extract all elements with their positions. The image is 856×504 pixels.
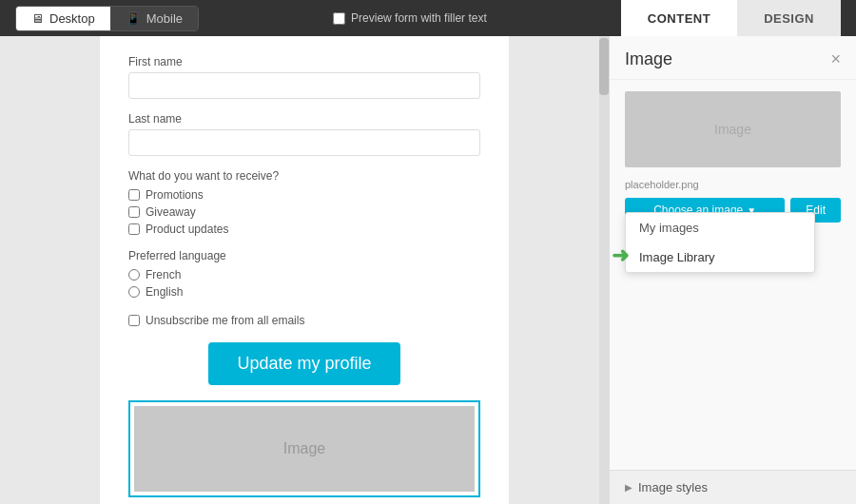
panel-title-row: Image × (610, 36, 856, 80)
unsubscribe-section: Unsubscribe me from all emails (128, 314, 480, 327)
top-bar: 🖥 Desktop 📱 Mobile Preview form with fil… (0, 0, 856, 36)
french-label: French (146, 268, 181, 281)
preview-checkbox-area: Preview form with filler text (333, 11, 487, 25)
last-name-field: Last name (128, 112, 480, 156)
promotions-checkbox[interactable] (128, 189, 140, 201)
preview-checkbox[interactable] (333, 12, 345, 25)
giveaway-label: Giveaway (146, 205, 196, 219)
right-panel: Image × Image placeholder.png Choose an … (609, 36, 856, 504)
english-radio[interactable] (128, 286, 140, 298)
image-library-label: Image Library (639, 250, 714, 264)
update-profile-button[interactable]: Update my profile (208, 342, 399, 385)
promotions-label: Promotions (146, 188, 204, 202)
unsubscribe-checkbox[interactable] (128, 315, 140, 326)
mobile-tab[interactable]: 📱 Mobile (110, 7, 198, 30)
content-tab-label: CONTENT (648, 11, 710, 26)
my-images-label: My images (639, 221, 699, 235)
tab-design[interactable]: DESIGN (737, 0, 841, 36)
desktop-tab-label: Desktop (49, 11, 95, 26)
image-styles-caret-icon: ▶ (625, 482, 632, 493)
checkbox-giveaway: Giveaway (128, 205, 480, 219)
french-radio[interactable] (128, 269, 140, 281)
checkbox-group: What do you want to receive? Promotions … (128, 169, 480, 236)
image-styles-section: ▶ Image styles (610, 470, 856, 504)
panel-title: Image (625, 49, 672, 69)
desktop-icon: 🖥 (31, 11, 44, 26)
scroll-thumb[interactable] (599, 38, 609, 95)
language-group: Preferred language French English (128, 249, 480, 299)
english-label: English (146, 285, 183, 299)
last-name-label: Last name (128, 112, 480, 126)
first-name-label: First name (128, 55, 480, 68)
close-button[interactable]: × (830, 49, 841, 69)
preview-label: Preview form with filler text (351, 11, 487, 25)
device-tabs: 🖥 Desktop 📱 Mobile (15, 6, 199, 31)
checkbox-promotions: Promotions (128, 188, 480, 202)
mobile-icon: 📱 (126, 11, 141, 26)
filename-text: placeholder.png (610, 179, 856, 198)
first-name-field: First name (128, 55, 480, 99)
radio-french: French (128, 268, 480, 281)
giveaway-checkbox[interactable] (128, 206, 140, 218)
form-panel: First name Last name What do you want to… (0, 36, 609, 504)
image-preview: Image (625, 91, 841, 167)
language-label: Preferred language (128, 249, 480, 262)
first-name-input[interactable] (128, 72, 480, 99)
image-placeholder: Image (134, 406, 475, 492)
product-updates-label: Product updates (146, 223, 228, 236)
image-block[interactable]: Image (128, 400, 480, 497)
desktop-tab[interactable]: 🖥 Desktop (16, 7, 110, 30)
checkbox-group-label: What do you want to receive? (128, 169, 480, 183)
design-tab-label: DESIGN (764, 11, 814, 26)
form-container: First name Last name What do you want to… (100, 36, 509, 504)
scroll-track[interactable] (599, 36, 609, 504)
last-name-input[interactable] (128, 129, 480, 156)
image-preview-label: Image (714, 122, 751, 137)
image-styles-label: Image styles (638, 480, 708, 494)
my-images-option[interactable]: My images (626, 213, 814, 242)
arrow-indicator: ➜ (612, 243, 629, 268)
checkbox-product-updates: Product updates (128, 223, 480, 236)
tab-content[interactable]: CONTENT (621, 0, 737, 36)
image-placeholder-label: Image (283, 440, 325, 457)
product-updates-checkbox[interactable] (128, 223, 140, 235)
main-content: First name Last name What do you want to… (0, 36, 856, 504)
radio-english: English (128, 285, 480, 299)
image-source-dropdown: My images Image Library (625, 212, 815, 273)
mobile-tab-label: Mobile (146, 11, 183, 26)
image-library-option[interactable]: Image Library (626, 242, 814, 272)
unsubscribe-label: Unsubscribe me from all emails (146, 314, 304, 327)
image-styles-header[interactable]: ▶ Image styles (610, 470, 856, 504)
right-tabs: CONTENT DESIGN (621, 0, 841, 36)
